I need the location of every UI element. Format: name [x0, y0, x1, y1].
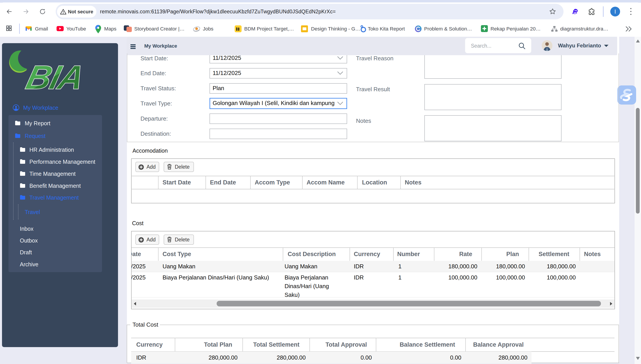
- svg-text:BIA: BIA: [23, 58, 82, 93]
